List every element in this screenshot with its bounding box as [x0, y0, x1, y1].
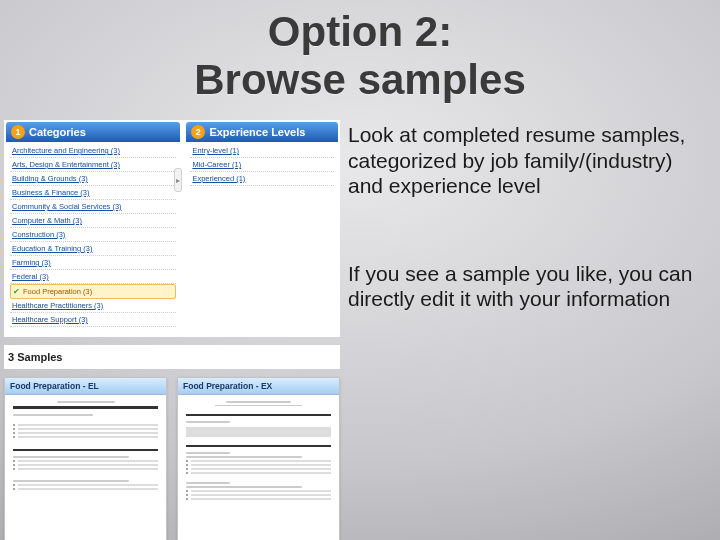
experience-item[interactable]: Experienced (1) — [190, 172, 334, 186]
sample-thumbnail[interactable]: Food Preparation - EL — [4, 377, 167, 540]
check-icon: ✔ — [13, 287, 20, 296]
categories-header: 1 Categories — [6, 122, 180, 142]
category-item[interactable]: Architecture and Engineering (3) — [10, 144, 176, 158]
thumbnail-preview — [5, 395, 166, 540]
experience-header: 2 Experience Levels — [186, 122, 338, 142]
category-item[interactable]: Arts, Design & Entertainment (3) — [10, 158, 176, 172]
category-item[interactable]: Federal (3) — [10, 270, 176, 284]
thumbnail-title: Food Preparation - EX — [178, 378, 339, 395]
categories-list: Architecture and Engineering (3) Arts, D… — [6, 142, 180, 331]
title-line-2: Browse samples — [0, 56, 720, 104]
experience-panel: 2 Experience Levels Entry-level (1) Mid-… — [186, 122, 338, 331]
category-item[interactable]: Construction (3) — [10, 228, 176, 242]
category-item[interactable]: Computer & Math (3) — [10, 214, 176, 228]
samples-count: 3 Samples — [4, 345, 340, 369]
paragraph-2: If you see a sample you like, you can di… — [348, 261, 698, 312]
experience-list: Entry-level (1) Mid-Career (1) Experienc… — [186, 142, 338, 190]
category-item[interactable]: Healthcare Support (3) — [10, 313, 176, 327]
category-item-selected[interactable]: ✔ Food Preparation (3) — [10, 284, 176, 299]
panel-resize-grip[interactable]: ▸ — [174, 168, 182, 192]
category-item[interactable]: Building & Grounds (3) — [10, 172, 176, 186]
step-badge-2: 2 — [191, 125, 205, 139]
body-text: Look at completed resume samples, catego… — [348, 122, 698, 312]
experience-heading-text: Experience Levels — [209, 126, 305, 138]
paragraph-1: Look at completed resume samples, catego… — [348, 122, 698, 199]
category-item[interactable]: Healthcare Practitioners (3) — [10, 299, 176, 313]
category-item[interactable]: Business & Finance (3) — [10, 186, 176, 200]
categories-panel: 1 Categories Architecture and Engineerin… — [6, 122, 180, 331]
experience-item[interactable]: Entry-level (1) — [190, 144, 334, 158]
screenshot-inset: 1 Categories Architecture and Engineerin… — [4, 120, 340, 540]
category-item[interactable]: Farming (3) — [10, 256, 176, 270]
sample-thumbnails: Food Preparation - EL — [4, 377, 340, 540]
slide-title: Option 2: Browse samples — [0, 0, 720, 105]
thumbnail-title: Food Preparation - EL — [5, 378, 166, 395]
sample-thumbnail[interactable]: Food Preparation - EX — [177, 377, 340, 540]
category-item-label: Food Preparation (3) — [23, 287, 92, 296]
title-line-1: Option 2: — [0, 8, 720, 56]
categories-heading-text: Categories — [29, 126, 86, 138]
filter-panels: 1 Categories Architecture and Engineerin… — [4, 120, 340, 337]
thumbnail-preview — [178, 395, 339, 540]
category-item[interactable]: Community & Social Services (3) — [10, 200, 176, 214]
category-item[interactable]: Education & Training (3) — [10, 242, 176, 256]
step-badge-1: 1 — [11, 125, 25, 139]
experience-item[interactable]: Mid-Career (1) — [190, 158, 334, 172]
